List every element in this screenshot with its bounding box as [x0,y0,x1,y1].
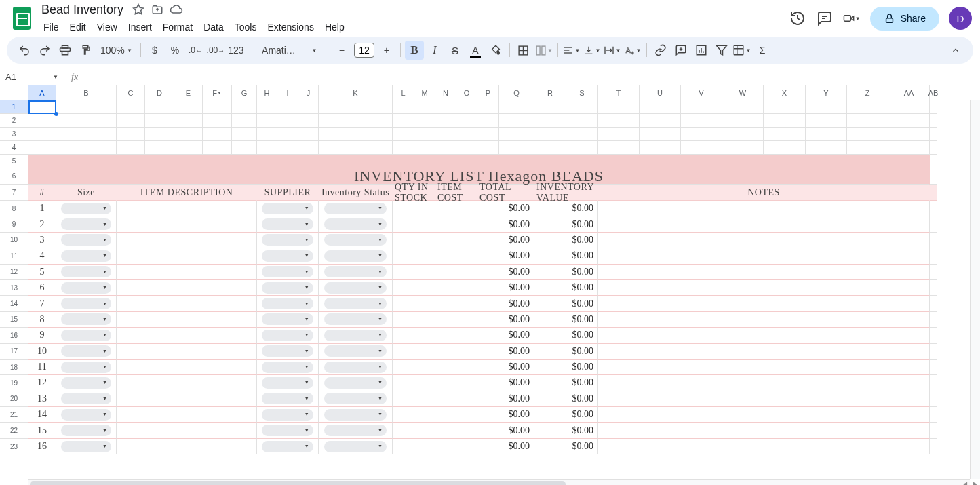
cell-notes-14[interactable] [598,296,930,311]
cell-size-15[interactable]: ▼ [56,312,117,328]
cell-r4-c20[interactable] [640,141,681,155]
cell-total-20[interactable]: $0.00 [477,391,534,407]
row-header-21[interactable]: 21 [0,407,28,423]
cell-num-11[interactable]: 4 [28,248,56,264]
collapse-toolbar-button[interactable] [946,41,965,60]
cell-status-8[interactable]: ▼ [319,201,393,216]
cell-size-12[interactable]: ▼ [56,265,117,280]
cell-total-11[interactable]: $0.00 [477,248,534,264]
row-header-19[interactable]: 19 [0,375,28,391]
col-header-C[interactable]: C [117,85,145,100]
cell-cost-18[interactable] [435,360,477,375]
cell-value-16[interactable]: $0.00 [534,328,598,343]
cell-supplier-17[interactable]: ▼ [257,344,319,360]
cell-r3-c10[interactable] [319,128,393,141]
row-header-18[interactable]: 18 [0,360,28,375]
th-status[interactable]: Inventory Status [319,185,393,201]
cell-value-22[interactable]: $0.00 [534,423,598,438]
row-header-6[interactable]: 6 [0,168,28,185]
cell-desc-23[interactable] [117,439,257,454]
th-end[interactable] [930,185,937,201]
cell-r3-c11[interactable] [393,128,414,141]
cell-status-13[interactable]: ▼ [319,280,393,296]
col-header-L[interactable]: L [393,85,414,100]
col-header-M[interactable]: M [414,85,435,100]
row-header-16[interactable]: 16 [0,328,28,343]
cell-r2-c13[interactable] [435,114,456,128]
cell-r4-c0[interactable] [28,141,56,155]
cell-r1-c1[interactable] [56,100,117,114]
th-qty[interactable]: QTY IN STOCK [393,185,435,201]
cell-r1-c6[interactable] [232,100,257,114]
cell-end-8[interactable] [930,201,937,216]
row-header-11[interactable]: 11 [0,248,28,264]
cell-value-18[interactable]: $0.00 [534,360,598,375]
cell-r3-c1[interactable] [56,128,117,141]
cell-total-13[interactable]: $0.00 [477,280,534,296]
select-all-corner[interactable] [0,85,28,100]
row-header-4[interactable]: 4 [0,141,28,155]
cell-total-23[interactable]: $0.00 [477,439,534,454]
col-header-F[interactable]: F▼ [203,85,232,100]
cell-desc-22[interactable] [117,423,257,438]
text-color-button[interactable]: A [466,41,485,60]
col-header-B[interactable]: B [56,85,117,100]
name-box[interactable]: A1▼ [0,69,64,85]
cell-r3-c19[interactable] [598,128,640,141]
cell-desc-16[interactable] [117,328,257,343]
cell-r2-c22[interactable] [722,114,764,128]
dec-increase-button[interactable]: .00→ [206,41,225,60]
rotate-button[interactable]: A▼ [623,41,642,60]
font-select-dropdown[interactable]: ▼ [305,41,324,60]
cell-r2-c8[interactable] [277,114,298,128]
cell-supplier-15[interactable]: ▼ [257,312,319,328]
dec-decrease-button[interactable]: .0← [186,41,205,60]
cell-end-12[interactable] [930,265,937,280]
cell-total-22[interactable]: $0.00 [477,423,534,438]
valign-button[interactable]: ▼ [583,41,602,60]
cell-r2-c19[interactable] [598,114,640,128]
cell-r1-c27[interactable] [930,100,937,114]
col-header-Z[interactable]: Z [847,85,888,100]
cell-notes-15[interactable] [598,312,930,328]
th-size[interactable]: Size [56,185,117,201]
cell-r2-c5[interactable] [203,114,232,128]
cell-value-19[interactable]: $0.00 [534,375,598,391]
menu-insert[interactable]: Insert [123,19,157,35]
link-button[interactable] [651,41,670,60]
cell-cost-15[interactable] [435,312,477,328]
cell-size-20[interactable]: ▼ [56,391,117,407]
share-button[interactable]: Share [870,7,939,31]
cell-notes-10[interactable] [598,233,930,248]
cell-r4-c24[interactable] [806,141,847,155]
cell-qty-11[interactable] [393,248,435,264]
menu-extensions[interactable]: Extensions [262,19,318,35]
cell-notes-16[interactable] [598,328,930,343]
cell-r4-c23[interactable] [764,141,806,155]
col-header-AB[interactable]: AB [930,85,937,100]
cell-notes-20[interactable] [598,391,930,407]
cell-qty-17[interactable] [393,344,435,360]
th-desc[interactable]: ITEM DESCRIPTION [117,185,257,201]
cell-size-18[interactable]: ▼ [56,360,117,375]
cell-cost-20[interactable] [435,391,477,407]
cell-size-9[interactable]: ▼ [56,216,117,232]
cell-supplier-11[interactable]: ▼ [257,248,319,264]
cell-end-21[interactable] [930,407,937,423]
col-header-P[interactable]: P [477,85,499,100]
cell-desc-9[interactable] [117,216,257,232]
th-total[interactable]: TOTAL COST [477,185,534,201]
paint-format-button[interactable] [76,41,95,60]
percent-button[interactable]: % [165,41,184,60]
col-header-S[interactable]: S [566,85,598,100]
cell-r2-c20[interactable] [640,114,681,128]
row-header-8[interactable]: 8 [0,201,28,216]
cell-r1-c3[interactable] [145,100,174,114]
cell-supplier-23[interactable]: ▼ [257,439,319,454]
cell-r2-c27[interactable] [930,114,937,128]
cell-notes-8[interactable] [598,201,930,216]
cell-size-14[interactable]: ▼ [56,296,117,311]
cell-qty-8[interactable] [393,201,435,216]
row-header-14[interactable]: 14 [0,296,28,311]
cell-value-8[interactable]: $0.00 [534,201,598,216]
